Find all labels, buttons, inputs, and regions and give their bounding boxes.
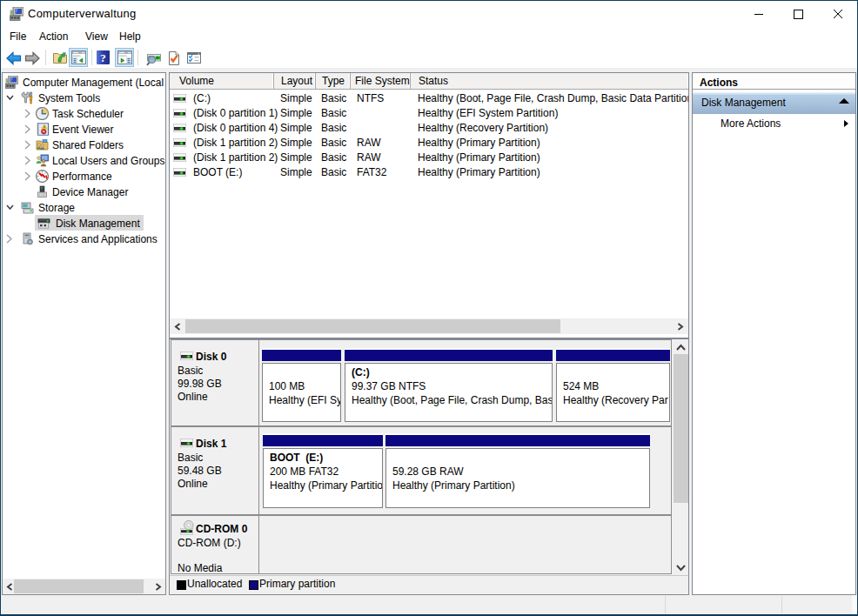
- svg-text:?: ?: [100, 51, 106, 64]
